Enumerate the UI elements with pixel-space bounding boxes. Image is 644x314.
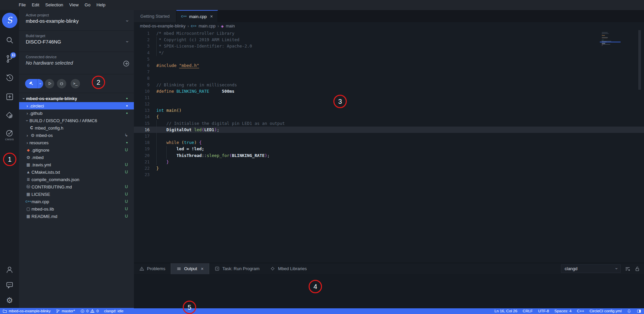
- line-number[interactable]: 4: [134, 50, 150, 56]
- menu-go[interactable]: Go: [82, 0, 93, 10]
- line-number[interactable]: 1: [134, 30, 150, 36]
- code-line-14[interactable]: 14{: [134, 113, 644, 120]
- code-editor[interactable]: 1/* mbed Microcontroller Library2 * Copy…: [134, 30, 644, 263]
- menu-edit[interactable]: Edit: [29, 0, 42, 10]
- account-icon[interactable]: [0, 262, 19, 277]
- connected-device-section[interactable]: Connected device No hardware selected: [19, 52, 134, 74]
- line-number[interactable]: 23: [134, 171, 150, 178]
- source-control-icon[interactable]: 11: [0, 50, 19, 68]
- line-number[interactable]: 18: [134, 139, 150, 146]
- settings-gear-icon[interactable]: ⚙: [0, 293, 19, 308]
- line-number[interactable]: 13: [134, 107, 150, 113]
- chevron-down-icon[interactable]: ›: [25, 119, 30, 123]
- tree-item--mbed[interactable]: ⚙.mbed: [19, 154, 134, 161]
- line-number[interactable]: 6: [134, 62, 150, 69]
- run-button[interactable]: [45, 79, 54, 88]
- cmsis-icon[interactable]: CMSIS: [0, 125, 19, 145]
- code-line-2[interactable]: 2 * Copyright (c) 2019 ARM Limited: [134, 36, 644, 43]
- code-line-7[interactable]: 7: [134, 69, 644, 75]
- chevron-right-icon[interactable]: ›: [25, 103, 29, 108]
- tree-item--github[interactable]: ›.github●: [19, 109, 134, 117]
- line-number[interactable]: 16: [134, 127, 150, 133]
- line-number[interactable]: 9: [134, 82, 150, 88]
- output-channel-select[interactable]: clangd ›: [561, 264, 621, 273]
- search-icon[interactable]: [0, 31, 19, 50]
- line-number[interactable]: 22: [134, 165, 150, 171]
- line-number[interactable]: 3: [134, 43, 150, 49]
- code-line-3[interactable]: 3 * SPDX-License-Identifier: Apache-2.0: [134, 43, 644, 49]
- tree-item-license[interactable]: ▦LICENSEU: [19, 190, 134, 198]
- code-line-17[interactable]: 17: [134, 133, 644, 139]
- code-line-9[interactable]: 9// Blinking rate in milliseconds: [134, 82, 644, 88]
- tab-output[interactable]: Output ×: [171, 263, 209, 274]
- line-number[interactable]: 19: [134, 146, 150, 152]
- line-number[interactable]: 7: [134, 69, 150, 75]
- breadcrumb-file[interactable]: main.cpp: [198, 24, 216, 28]
- build-button[interactable]: ›: [25, 79, 43, 88]
- code-line-11[interactable]: 11: [134, 94, 644, 101]
- line-number[interactable]: 17: [134, 133, 150, 139]
- statusbar-indentation[interactable]: Spaces: 4: [554, 309, 571, 313]
- active-project-section[interactable]: Active project mbed-os-example-blinky ›: [19, 10, 134, 31]
- code-line-23[interactable]: 23: [134, 171, 644, 178]
- tab-problems[interactable]: Problems: [134, 263, 171, 274]
- chevron-right-icon[interactable]: ›: [25, 140, 29, 145]
- device-manager-arrow-icon[interactable]: [123, 60, 130, 67]
- tree-item-main-cpp[interactable]: C++main.cppU: [19, 198, 134, 205]
- tree-item--circleci[interactable]: ›.circleci●: [19, 102, 134, 109]
- line-number[interactable]: 5: [134, 56, 150, 62]
- code-line-21[interactable]: 21 }: [134, 159, 644, 165]
- statusbar-eol[interactable]: CRLF: [523, 309, 533, 313]
- menu-file[interactable]: File: [16, 0, 29, 10]
- menu-help[interactable]: Help: [93, 0, 108, 10]
- terminal-button[interactable]: >_: [71, 79, 80, 88]
- code-line-20[interactable]: 20 ThisThread::sleep_for(BLINKING_RATE);: [134, 152, 644, 159]
- hardware-debug-icon[interactable]: [0, 106, 19, 125]
- tab-getting-started[interactable]: Getting Started: [134, 10, 176, 22]
- code-line-15[interactable]: 15 // Initialise the digital pin LED1 as…: [134, 120, 644, 127]
- statusbar-circleci[interactable]: CircleCI config.yml: [589, 309, 622, 313]
- code-line-22[interactable]: 22}: [134, 165, 644, 171]
- code-line-4[interactable]: 4 */: [134, 50, 644, 56]
- tree-item-readme-md[interactable]: ▦README.mdU: [19, 213, 134, 220]
- tab-mbed-libraries[interactable]: Mbed Libraries: [265, 263, 312, 274]
- code-line-8[interactable]: 8: [134, 75, 644, 81]
- code-line-16[interactable]: 16 DigitalOut led(LED1);: [134, 127, 644, 133]
- tree-item-mbed-os-lib[interactable]: ▢mbed-os.libU: [19, 205, 134, 213]
- line-number[interactable]: 14: [134, 113, 150, 120]
- new-program-icon[interactable]: [0, 87, 19, 106]
- tree-item--gitignore[interactable]: ◆.gitignoreU: [19, 146, 134, 154]
- line-number[interactable]: 21: [134, 159, 150, 165]
- menu-view[interactable]: View: [66, 0, 82, 10]
- line-number[interactable]: 8: [134, 75, 150, 81]
- editor-scrollbar[interactable]: [638, 30, 641, 90]
- clear-output-icon[interactable]: [625, 266, 631, 272]
- tree-item--travis-yml[interactable]: ▦.travis.ymlU: [19, 161, 134, 168]
- debug-button[interactable]: [57, 79, 66, 88]
- statusbar-cursor-position[interactable]: Ln 16, Col 26: [494, 309, 517, 313]
- statusbar-branch[interactable]: master*: [56, 309, 75, 313]
- chevron-down-icon[interactable]: ›: [125, 41, 131, 43]
- chevron-down-icon[interactable]: ›: [125, 20, 131, 22]
- line-number[interactable]: 15: [134, 120, 150, 127]
- statusbar-project[interactable]: mbed-os-example-blinky: [3, 309, 51, 313]
- line-number[interactable]: 10: [134, 88, 150, 94]
- tree-item-cmakelists-txt[interactable]: ▲CMakeLists.txtU: [19, 168, 134, 176]
- code-line-13[interactable]: 13int main(): [134, 107, 644, 113]
- build-options-caret[interactable]: ›: [37, 79, 43, 88]
- code-line-19[interactable]: 19 led = !led;: [134, 146, 644, 152]
- breadcrumb-symbol[interactable]: main: [226, 24, 235, 28]
- line-number[interactable]: 11: [134, 94, 150, 101]
- line-number[interactable]: 20: [134, 152, 150, 159]
- build-target-section[interactable]: Build target DISCO-F746NG ›: [19, 31, 134, 52]
- breadcrumb-project[interactable]: mbed-os-example-blinky: [140, 24, 185, 28]
- line-number[interactable]: 2: [134, 36, 150, 43]
- tree-item-resources[interactable]: ›resources●: [19, 139, 134, 146]
- statusbar-encoding[interactable]: UTF-8: [538, 309, 549, 313]
- code-line-1[interactable]: 1/* mbed Microcontroller Library: [134, 30, 644, 36]
- feedback-icon[interactable]: [0, 277, 19, 293]
- code-line-6[interactable]: 6#include "mbed.h": [134, 62, 644, 69]
- tree-item-compile-commands-json[interactable]: ≣compile_commands.json: [19, 176, 134, 183]
- hammer-icon[interactable]: [25, 79, 37, 88]
- line-number[interactable]: 12: [134, 101, 150, 107]
